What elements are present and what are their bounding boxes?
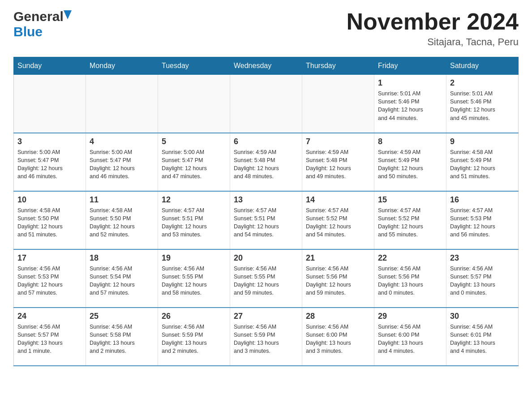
calendar-cell: 5Sunrise: 5:00 AMSunset: 5:47 PMDaylight… — [158, 133, 230, 191]
day-number: 2 — [450, 78, 515, 88]
calendar-cell — [302, 75, 374, 133]
header-saturday: Saturday — [446, 57, 519, 75]
day-info: Sunrise: 4:56 AMSunset: 6:01 PMDaylight:… — [450, 323, 515, 355]
calendar-week-4: 17Sunrise: 4:56 AMSunset: 5:53 PMDayligh… — [14, 249, 519, 308]
svg-marker-0 — [64, 10, 72, 19]
calendar-cell: 1Sunrise: 5:01 AMSunset: 5:46 PMDaylight… — [374, 75, 446, 133]
day-number: 24 — [17, 312, 82, 321]
day-info: Sunrise: 4:59 AMSunset: 5:49 PMDaylight:… — [378, 148, 442, 181]
day-number: 17 — [17, 253, 82, 263]
calendar-cell — [158, 75, 230, 133]
calendar-cell — [14, 75, 86, 133]
day-info: Sunrise: 4:57 AMSunset: 5:51 PMDaylight:… — [162, 206, 226, 239]
logo-general-text: General — [13, 9, 64, 24]
calendar-table: Sunday Monday Tuesday Wednesday Thursday… — [13, 57, 519, 366]
day-number: 8 — [378, 137, 442, 146]
day-info: Sunrise: 4:56 AMSunset: 5:57 PMDaylight:… — [17, 323, 82, 355]
day-info: Sunrise: 4:57 AMSunset: 5:52 PMDaylight:… — [378, 206, 442, 239]
day-info: Sunrise: 4:56 AMSunset: 6:00 PMDaylight:… — [378, 323, 442, 355]
day-number: 29 — [378, 312, 442, 321]
day-number: 4 — [90, 137, 154, 146]
calendar-cell: 20Sunrise: 4:56 AMSunset: 5:55 PMDayligh… — [230, 249, 302, 308]
calendar-week-2: 3Sunrise: 5:00 AMSunset: 5:47 PMDaylight… — [14, 133, 519, 191]
header-friday: Friday — [374, 57, 446, 75]
calendar-cell: 30Sunrise: 4:56 AMSunset: 6:01 PMDayligh… — [446, 308, 519, 366]
calendar-cell: 29Sunrise: 4:56 AMSunset: 6:00 PMDayligh… — [374, 308, 446, 366]
header-thursday: Thursday — [302, 57, 374, 75]
calendar-cell: 19Sunrise: 4:56 AMSunset: 5:55 PMDayligh… — [158, 249, 230, 308]
day-info: Sunrise: 4:56 AMSunset: 5:59 PMDaylight:… — [162, 323, 226, 355]
day-number: 14 — [306, 195, 370, 205]
day-info: Sunrise: 4:58 AMSunset: 5:50 PMDaylight:… — [90, 206, 154, 239]
calendar-cell: 9Sunrise: 4:58 AMSunset: 5:49 PMDaylight… — [446, 133, 519, 191]
day-info: Sunrise: 4:57 AMSunset: 5:51 PMDaylight:… — [234, 206, 298, 239]
day-info: Sunrise: 4:56 AMSunset: 5:56 PMDaylight:… — [378, 265, 442, 297]
calendar-cell: 27Sunrise: 4:56 AMSunset: 5:59 PMDayligh… — [230, 308, 302, 366]
header-tuesday: Tuesday — [158, 57, 230, 75]
day-number: 9 — [450, 137, 515, 146]
day-number: 16 — [450, 195, 515, 205]
day-info: Sunrise: 4:56 AMSunset: 5:57 PMDaylight:… — [450, 265, 515, 297]
page-header: General Blue November 2024 Sitajara, Tac… — [13, 9, 519, 48]
day-info: Sunrise: 4:59 AMSunset: 5:48 PMDaylight:… — [234, 148, 298, 181]
day-number: 23 — [450, 253, 515, 263]
day-number: 18 — [90, 253, 154, 263]
day-info: Sunrise: 4:56 AMSunset: 5:56 PMDaylight:… — [306, 265, 370, 297]
calendar-cell: 6Sunrise: 4:59 AMSunset: 5:48 PMDaylight… — [230, 133, 302, 191]
calendar-cell — [230, 75, 302, 133]
day-number: 10 — [17, 195, 82, 205]
day-info: Sunrise: 4:56 AMSunset: 5:55 PMDaylight:… — [234, 265, 298, 297]
calendar-cell: 17Sunrise: 4:56 AMSunset: 5:53 PMDayligh… — [14, 249, 86, 308]
day-number: 28 — [306, 312, 370, 321]
calendar-cell — [86, 75, 158, 133]
logo-triangle-icon — [64, 10, 72, 21]
calendar-cell: 28Sunrise: 4:56 AMSunset: 6:00 PMDayligh… — [302, 308, 374, 366]
calendar-cell: 11Sunrise: 4:58 AMSunset: 5:50 PMDayligh… — [86, 191, 158, 249]
day-number: 15 — [378, 195, 442, 205]
day-number: 27 — [234, 312, 298, 321]
calendar-title: November 2024 — [347, 9, 519, 34]
calendar-cell: 14Sunrise: 4:57 AMSunset: 5:52 PMDayligh… — [302, 191, 374, 249]
day-number: 30 — [450, 312, 515, 321]
day-info: Sunrise: 5:01 AMSunset: 5:46 PMDaylight:… — [450, 90, 515, 122]
calendar-cell: 12Sunrise: 4:57 AMSunset: 5:51 PMDayligh… — [158, 191, 230, 249]
day-number: 19 — [162, 253, 226, 263]
calendar-cell: 21Sunrise: 4:56 AMSunset: 5:56 PMDayligh… — [302, 249, 374, 308]
calendar-cell: 2Sunrise: 5:01 AMSunset: 5:46 PMDaylight… — [446, 75, 519, 133]
day-info: Sunrise: 4:58 AMSunset: 5:49 PMDaylight:… — [450, 148, 515, 181]
header-wednesday: Wednesday — [230, 57, 302, 75]
day-number: 22 — [378, 253, 442, 263]
day-info: Sunrise: 4:57 AMSunset: 5:53 PMDaylight:… — [450, 206, 515, 239]
calendar-cell: 8Sunrise: 4:59 AMSunset: 5:49 PMDaylight… — [374, 133, 446, 191]
day-info: Sunrise: 5:00 AMSunset: 5:47 PMDaylight:… — [90, 148, 154, 181]
day-number: 3 — [17, 137, 82, 146]
logo: General Blue — [13, 9, 72, 39]
day-number: 26 — [162, 312, 226, 321]
calendar-cell: 7Sunrise: 4:59 AMSunset: 5:48 PMDaylight… — [302, 133, 374, 191]
day-number: 5 — [162, 137, 226, 146]
day-info: Sunrise: 4:56 AMSunset: 5:53 PMDaylight:… — [17, 265, 82, 297]
day-info: Sunrise: 5:00 AMSunset: 5:47 PMDaylight:… — [17, 148, 82, 181]
day-number: 21 — [306, 253, 370, 263]
calendar-title-area: November 2024 Sitajara, Tacna, Peru — [347, 9, 519, 48]
day-number: 12 — [162, 195, 226, 205]
day-info: Sunrise: 4:56 AMSunset: 6:00 PMDaylight:… — [306, 323, 370, 355]
day-info: Sunrise: 4:56 AMSunset: 5:58 PMDaylight:… — [90, 323, 154, 355]
calendar-week-3: 10Sunrise: 4:58 AMSunset: 5:50 PMDayligh… — [14, 191, 519, 249]
day-number: 1 — [378, 78, 442, 88]
day-number: 25 — [90, 312, 154, 321]
day-info: Sunrise: 4:57 AMSunset: 5:52 PMDaylight:… — [306, 206, 370, 239]
calendar-header-row: Sunday Monday Tuesday Wednesday Thursday… — [14, 57, 519, 75]
calendar-cell: 26Sunrise: 4:56 AMSunset: 5:59 PMDayligh… — [158, 308, 230, 366]
calendar-cell: 10Sunrise: 4:58 AMSunset: 5:50 PMDayligh… — [14, 191, 86, 249]
day-number: 7 — [306, 137, 370, 146]
calendar-cell: 4Sunrise: 5:00 AMSunset: 5:47 PMDaylight… — [86, 133, 158, 191]
day-info: Sunrise: 5:01 AMSunset: 5:46 PMDaylight:… — [378, 90, 442, 122]
calendar-subtitle: Sitajara, Tacna, Peru — [347, 36, 519, 48]
day-info: Sunrise: 4:56 AMSunset: 5:59 PMDaylight:… — [234, 323, 298, 355]
calendar-cell: 22Sunrise: 4:56 AMSunset: 5:56 PMDayligh… — [374, 249, 446, 308]
day-number: 6 — [234, 137, 298, 146]
day-number: 11 — [90, 195, 154, 205]
header-monday: Monday — [86, 57, 158, 75]
day-info: Sunrise: 4:56 AMSunset: 5:55 PMDaylight:… — [162, 265, 226, 297]
